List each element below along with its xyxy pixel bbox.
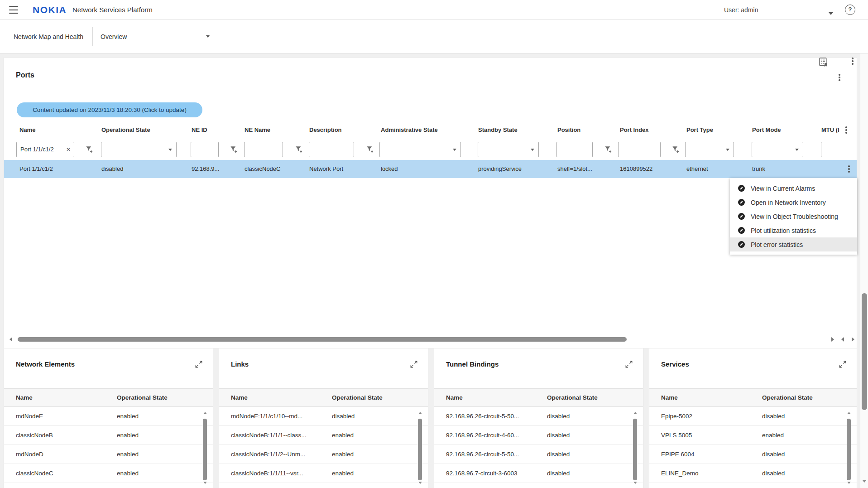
name-filter-input[interactable]: Port 1/1/c1/2 ✕	[16, 142, 74, 157]
links-card: Links Name Operational State mdNodeE:1/1…	[219, 348, 428, 488]
card-row[interactable]: Epipe-5002disabled	[649, 407, 857, 426]
ports-kebab-icon[interactable]	[839, 74, 840, 82]
menu-item-view-in-current-alarms[interactable]: View in Current Alarms	[730, 181, 857, 195]
mtu-filter-input[interactable]	[821, 142, 857, 157]
position-filter-input[interactable]	[556, 142, 593, 157]
card-table-header: Name Operational State	[4, 388, 213, 407]
col-ne-name[interactable]: NE Name	[245, 122, 270, 138]
compass-icon	[738, 198, 745, 206]
description-filter-input[interactable]	[309, 142, 354, 157]
report-bookmark-icon[interactable]	[818, 57, 829, 70]
ne-id-filter-funnel-icon[interactable]	[229, 145, 238, 154]
card-row[interactable]: classicNodeB:1/1/11--vsr...enabled	[219, 464, 428, 483]
card-row[interactable]: mdNodeDenabled	[4, 445, 213, 464]
page-toolbar: Network Map and Health Overview	[0, 20, 868, 53]
card-row[interactable]: 92.168.96.26-circuit-5-50...disabled	[434, 407, 643, 426]
col-ne-id[interactable]: NE ID	[192, 122, 207, 138]
card-scroll-up-icon[interactable]	[203, 412, 207, 414]
header-kebab-icon[interactable]	[845, 126, 847, 135]
expand-icon[interactable]	[195, 360, 203, 370]
col-operational-state[interactable]: Operational State	[101, 122, 150, 138]
page-scrollbar	[860, 45, 868, 488]
help-icon[interactable]: ?	[845, 5, 855, 15]
port-index-filter-funnel-icon[interactable]	[671, 145, 680, 154]
user-menu-label[interactable]: User: admin	[724, 0, 758, 20]
menu-item-plot-error-statistics[interactable]: Plot error statistics	[730, 237, 857, 251]
card-scroll-down-icon[interactable]	[847, 482, 851, 484]
col-administrative-state[interactable]: Administrative State	[381, 122, 438, 138]
position-filter-funnel-icon[interactable]	[604, 145, 613, 154]
menu-item-open-in-network-inventory[interactable]: Open in Network Inventory	[730, 195, 857, 209]
card-row[interactable]: VPLS 5005enabled	[649, 426, 857, 445]
card-row[interactable]: mdNodeEenabled	[4, 407, 213, 426]
ne-name-filter-input[interactable]	[244, 142, 283, 157]
port-table-row-selected[interactable]: Port 1/1/c1/2 disabled 92.168.9... class…	[4, 160, 857, 178]
menu-item-plot-utilization-statistics[interactable]: Plot utilization statistics	[730, 223, 857, 237]
expand-icon[interactable]	[625, 360, 633, 370]
card-row[interactable]: 92.168.96.26-circuit-4-60...disabled	[434, 426, 643, 445]
port-index-filter-input[interactable]	[618, 142, 661, 157]
network-elements-card: Network Elements Name Operational State …	[4, 348, 213, 488]
col-description[interactable]: Description	[309, 122, 342, 138]
nsp-screen: NOKIA Network Services Platform User: ad…	[0, 0, 868, 488]
menu-item-view-in-object-troubleshooting[interactable]: View in Object Troubleshooting	[730, 209, 857, 223]
administrative-state-filter-select[interactable]	[379, 142, 461, 157]
view-selector-dropdown[interactable]: Overview	[101, 20, 214, 53]
hscroll-right-icon[interactable]	[831, 337, 834, 342]
card-table-header: Name Operational State	[434, 388, 643, 407]
col-standby-state[interactable]: Standby State	[478, 122, 518, 138]
operational-state-filter-select[interactable]	[101, 142, 177, 157]
description-filter-funnel-icon[interactable]	[365, 145, 374, 154]
page-next-icon[interactable]	[852, 337, 854, 342]
page-prev-icon[interactable]	[841, 337, 844, 342]
row-kebab-icon[interactable]	[848, 165, 850, 174]
card-row[interactable]: classicNodeCenabled	[4, 464, 213, 483]
page-scrollbar-thumb[interactable]	[862, 293, 867, 410]
col-position[interactable]: Position	[557, 122, 580, 138]
content-updated-badge[interactable]: Content updated on 2023/11/3 18:20:30 (C…	[17, 102, 202, 117]
app-title: Network Services Platform	[72, 0, 153, 20]
expand-icon[interactable]	[410, 360, 418, 370]
hscroll-thumb[interactable]	[18, 337, 627, 342]
card-row[interactable]: 92.168.96.7-circuit-3-6003disabled	[434, 464, 643, 483]
col-port-mode[interactable]: Port Mode	[752, 122, 781, 138]
expand-icon[interactable]	[839, 360, 847, 370]
col-port-index[interactable]: Port Index	[620, 122, 649, 138]
port-type-filter-select[interactable]	[685, 142, 734, 157]
standby-state-filter-select[interactable]	[478, 142, 539, 157]
card-row[interactable]: classicNodeB:1/1/1--class...enabled	[219, 426, 428, 445]
card-scroll-down-icon[interactable]	[203, 482, 207, 484]
card-scroll-down-icon[interactable]	[418, 482, 422, 484]
card-scrollbar-thumb[interactable]	[203, 419, 207, 480]
card-row[interactable]: 92.168.96.26-circuit-5-50...disabled	[434, 445, 643, 464]
hscroll-left-icon[interactable]	[10, 337, 12, 342]
user-chevron-down-icon[interactable]	[829, 9, 833, 17]
card-row[interactable]: ELINE_Demodisabled	[649, 464, 857, 483]
card-row[interactable]: classicNodeB:1/1/2--Unm...enabled	[219, 445, 428, 464]
col-mtu[interactable]: MTU (l	[821, 122, 839, 138]
port-mode-filter-select[interactable]	[752, 142, 803, 157]
ne-name-filter-funnel-icon[interactable]	[294, 145, 303, 154]
col-port-type[interactable]: Port Type	[686, 122, 713, 138]
card-scroll-up-icon[interactable]	[633, 412, 637, 414]
toolbar-kebab-icon[interactable]	[852, 58, 854, 66]
card-scroll-up-icon[interactable]	[418, 412, 422, 414]
ports-table-header: Name Operational State NE ID NE Name Des…	[4, 122, 857, 138]
clear-filter-icon[interactable]: ✕	[66, 142, 71, 157]
card-col-state: Operational State	[762, 389, 813, 406]
card-scrollbar-thumb[interactable]	[418, 419, 422, 480]
name-filter-funnel-icon[interactable]	[85, 145, 94, 154]
card-scrollbar-thumb[interactable]	[847, 419, 851, 480]
ne-id-filter-input[interactable]	[191, 142, 219, 157]
col-name[interactable]: Name	[19, 122, 35, 138]
card-row[interactable]: EPIPE 6004disabled	[649, 445, 857, 464]
card-scroll-down-icon[interactable]	[633, 482, 637, 484]
card-row[interactable]: classicNodeBenabled	[4, 426, 213, 445]
name-filter-value: Port 1/1/c1/2	[20, 142, 54, 157]
card-scrollbar-thumb[interactable]	[633, 419, 637, 480]
card-row[interactable]: mdNodeE:1/1/c1/10--md...disabled	[219, 407, 428, 426]
scroll-down-icon[interactable]	[863, 480, 866, 483]
card-scroll-up-icon[interactable]	[847, 412, 851, 414]
compass-icon	[738, 184, 745, 192]
hamburger-menu-icon[interactable]	[9, 6, 18, 14]
